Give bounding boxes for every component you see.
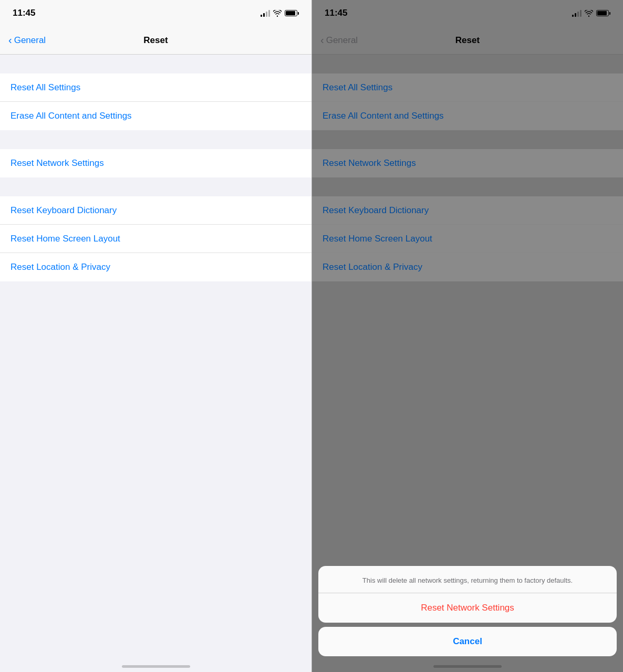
status-icons-right bbox=[572, 9, 610, 17]
list-group-3-left: Reset Keyboard Dictionary Reset Home Scr… bbox=[0, 196, 312, 281]
wifi-icon bbox=[273, 10, 282, 17]
list-item-homescreen-right[interactable]: Reset Home Screen Layout bbox=[312, 225, 623, 253]
list-item-location-right[interactable]: Reset Location & Privacy bbox=[312, 253, 623, 281]
battery-icon-right bbox=[596, 10, 610, 16]
list-item-erase-left[interactable]: Erase All Content and Settings bbox=[0, 102, 312, 130]
back-button-right[interactable]: ‹ General bbox=[320, 35, 358, 46]
list-item-text: Reset Home Screen Layout bbox=[11, 234, 120, 244]
status-time-left: 11:45 bbox=[13, 8, 35, 18]
left-panel: 11:45 ‹ General Reset bbox=[0, 0, 312, 672]
list-item-network-right[interactable]: Reset Network Settings bbox=[312, 149, 623, 177]
list-item-text: Reset Home Screen Layout bbox=[323, 234, 432, 244]
list-item-location-left[interactable]: Reset Location & Privacy bbox=[0, 253, 312, 281]
list-item-homescreen-left[interactable]: Reset Home Screen Layout bbox=[0, 225, 312, 253]
list-item-text: Reset All Settings bbox=[11, 82, 80, 93]
home-indicator-left bbox=[122, 665, 190, 668]
chevron-left-icon-right: ‹ bbox=[320, 35, 324, 45]
list-item-text: Reset Keyboard Dictionary bbox=[11, 205, 117, 216]
list-item-text: Erase All Content and Settings bbox=[11, 111, 132, 121]
action-sheet: This will delete all network settings, r… bbox=[318, 566, 617, 657]
list-item-text: Erase All Content and Settings bbox=[323, 111, 444, 121]
section-gap-3-right bbox=[312, 177, 623, 196]
back-label-left: General bbox=[14, 35, 46, 46]
nav-title-left: Reset bbox=[143, 35, 168, 46]
action-sheet-cancel-button[interactable]: Cancel bbox=[318, 627, 617, 656]
list-item-reset-all-left[interactable]: Reset All Settings bbox=[0, 74, 312, 102]
action-sheet-message: This will delete all network settings, r… bbox=[318, 566, 617, 594]
action-sheet-main: This will delete all network settings, r… bbox=[318, 566, 617, 623]
status-bar-right: 11:45 bbox=[312, 0, 623, 26]
list-item-text: Reset Network Settings bbox=[323, 158, 416, 169]
list-item-text: Reset Location & Privacy bbox=[11, 262, 110, 272]
list-item-text: Reset Location & Privacy bbox=[323, 262, 422, 272]
battery-icon bbox=[285, 10, 299, 16]
nav-bar-right: ‹ General Reset bbox=[312, 26, 623, 55]
section-gap-top-left bbox=[0, 55, 312, 74]
list-item-text: Reset Keyboard Dictionary bbox=[323, 205, 429, 216]
list-item-erase-right[interactable]: Erase All Content and Settings bbox=[312, 102, 623, 130]
back-button-left[interactable]: ‹ General bbox=[8, 35, 46, 46]
back-label-right: General bbox=[326, 35, 358, 46]
section-gap-2-left bbox=[0, 130, 312, 149]
list-item-network-left[interactable]: Reset Network Settings bbox=[0, 149, 312, 177]
reset-network-confirm-button[interactable]: Reset Network Settings bbox=[318, 593, 617, 623]
signal-icon bbox=[261, 9, 270, 17]
home-indicator-right bbox=[433, 665, 502, 668]
nav-title-right: Reset bbox=[455, 35, 480, 46]
section-gap-top-right bbox=[312, 55, 623, 74]
list-group-2-left: Reset Network Settings bbox=[0, 149, 312, 177]
list-item-keyboard-left[interactable]: Reset Keyboard Dictionary bbox=[0, 196, 312, 225]
list-item-text: Reset All Settings bbox=[323, 82, 392, 93]
list-group-1-left: Reset All Settings Erase All Content and… bbox=[0, 74, 312, 130]
section-gap-2-right bbox=[312, 130, 623, 149]
chevron-left-icon: ‹ bbox=[8, 35, 12, 45]
wifi-icon-right bbox=[585, 10, 593, 17]
status-icons-left bbox=[261, 9, 299, 17]
list-group-1-right: Reset All Settings Erase All Content and… bbox=[312, 74, 623, 130]
status-time-right: 11:45 bbox=[325, 8, 347, 18]
list-group-2-right: Reset Network Settings bbox=[312, 149, 623, 177]
right-panel: 11:45 ‹ General Reset bbox=[312, 0, 623, 672]
signal-icon-right bbox=[572, 9, 582, 17]
list-item-keyboard-right[interactable]: Reset Keyboard Dictionary bbox=[312, 196, 623, 225]
list-item-text: Reset Network Settings bbox=[11, 158, 104, 169]
status-bar-left: 11:45 bbox=[0, 0, 312, 26]
nav-bar-left: ‹ General Reset bbox=[0, 26, 312, 55]
list-item-reset-all-right[interactable]: Reset All Settings bbox=[312, 74, 623, 102]
list-group-3-right: Reset Keyboard Dictionary Reset Home Scr… bbox=[312, 196, 623, 281]
section-gap-3-left bbox=[0, 177, 312, 196]
